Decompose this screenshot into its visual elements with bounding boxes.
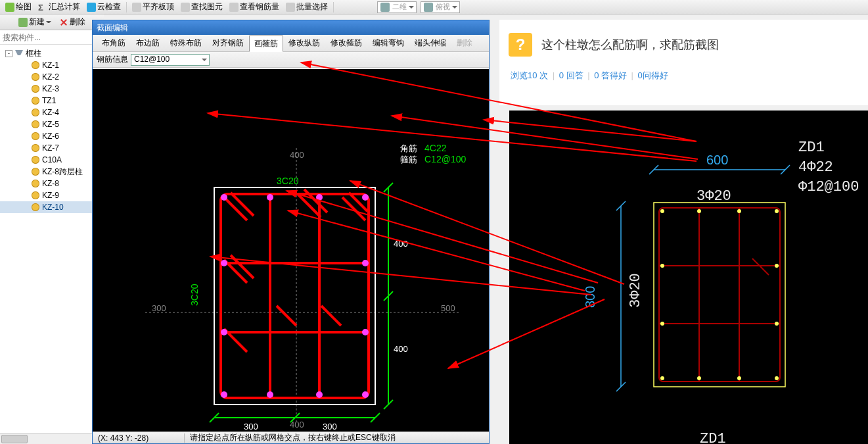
gear-icon bbox=[32, 97, 39, 105]
good-link[interactable]: 0 答得好 bbox=[594, 70, 627, 80]
svg-line-15 bbox=[349, 193, 367, 211]
tb-draw[interactable]: 绘图 bbox=[3, 1, 34, 14]
main-toolbar: 绘图 Σ汇总计算 云检查 平齐板顶 查找图元 查看钢筋量 批量选择 二维 俯视 bbox=[0, 0, 868, 14]
gear-icon bbox=[32, 191, 39, 199]
tb-level[interactable]: 平齐板顶 bbox=[129, 1, 177, 14]
svg-text:400: 400 bbox=[290, 150, 304, 160]
tb-sum[interactable]: Σ汇总计算 bbox=[35, 1, 83, 14]
svg-point-27 bbox=[221, 260, 227, 266]
sigma-icon: Σ bbox=[38, 3, 47, 12]
delete-button[interactable]: 删除 bbox=[57, 16, 88, 29]
svg-text:Φ12@100: Φ12@100 bbox=[798, 179, 859, 195]
tree-item-KZ-1[interactable]: KZ-1 bbox=[0, 59, 103, 71]
status-bar: (X: 443 Y: -28) 请指定起点所在纵筋或网格交点，按右键终止或ESC… bbox=[93, 432, 489, 443]
gear-icon bbox=[32, 132, 39, 140]
tree-item-KZ-10[interactable]: KZ-10 bbox=[0, 201, 103, 213]
tree-item-KZ-8跨层柱[interactable]: KZ-8跨层柱 bbox=[0, 166, 103, 178]
tab-删除: 删除 bbox=[451, 35, 478, 51]
gear-icon bbox=[32, 180, 39, 187]
new-button[interactable]: 新建 bbox=[16, 16, 54, 29]
rebar-label: 钢筋信息 bbox=[97, 54, 128, 65]
tree-item-KZ-8[interactable]: KZ-8 bbox=[0, 178, 103, 189]
tab-修改箍筋[interactable]: 修改箍筋 bbox=[325, 35, 367, 51]
tab-编辑弯钩[interactable]: 编辑弯钩 bbox=[367, 35, 409, 51]
gear-icon bbox=[32, 156, 39, 164]
answers-link[interactable]: 0 回答 bbox=[559, 70, 583, 80]
svg-point-32 bbox=[267, 391, 273, 398]
svg-line-59 bbox=[752, 259, 769, 275]
collapse-icon[interactable]: - bbox=[5, 50, 12, 57]
question-stats: 浏览10 次 | 0 回答 | 0 答得好 | 0问得好 bbox=[499, 70, 868, 82]
question-title: 这个柱墩怎么配筋啊，求配筋截图 bbox=[541, 37, 719, 53]
select-icon bbox=[286, 3, 295, 12]
rebar-info-row: 钢筋信息 C12@100 bbox=[93, 52, 489, 68]
svg-line-16 bbox=[224, 260, 247, 283]
svg-line-12 bbox=[224, 197, 247, 220]
view-top-combo[interactable]: 俯视 bbox=[421, 1, 460, 13]
plus-icon bbox=[18, 18, 28, 27]
window-title[interactable]: 截面编辑 bbox=[93, 20, 489, 35]
svg-text:3Φ20: 3Φ20 bbox=[697, 188, 731, 205]
tb-find[interactable]: 查找图元 bbox=[178, 1, 225, 14]
svg-point-28 bbox=[362, 260, 369, 266]
status-hint: 请指定起点所在纵筋或网格交点，按右键终止或ESC键取消 bbox=[185, 432, 396, 443]
h-scrollbar[interactable]: ▶ bbox=[0, 433, 103, 444]
tab-布角筋[interactable]: 布角筋 bbox=[97, 35, 131, 51]
tree-item-KZ-7[interactable]: KZ-7 bbox=[0, 142, 103, 154]
svg-text:ZD1: ZD1 bbox=[700, 431, 726, 444]
component-toolbar: 新建 删除 bbox=[0, 14, 104, 30]
svg-text:300: 300 bbox=[244, 422, 258, 432]
svg-text:箍筋: 箍筋 bbox=[400, 155, 417, 164]
tab-画箍筋[interactable]: 画箍筋 bbox=[249, 36, 283, 52]
svg-point-67 bbox=[775, 322, 779, 326]
rebar-input[interactable]: C12@100 bbox=[131, 54, 210, 66]
svg-text:600: 600 bbox=[706, 153, 728, 167]
tree-root[interactable]: -框柱 bbox=[0, 47, 103, 59]
tree-item-KZ-2[interactable]: KZ-2 bbox=[0, 71, 103, 83]
svg-text:400: 400 bbox=[394, 344, 408, 354]
tree-item-C10A[interactable]: C10A bbox=[0, 154, 103, 166]
views-link[interactable]: 浏览10 次 bbox=[511, 70, 548, 80]
tree-item-KZ-9[interactable]: KZ-9 bbox=[0, 189, 103, 201]
svg-rect-54 bbox=[659, 208, 780, 382]
tree-item-KZ-4[interactable]: KZ-4 bbox=[0, 107, 103, 118]
ask-link[interactable]: 0问得好 bbox=[638, 70, 668, 80]
component-tree[interactable]: -框柱 KZ-1KZ-2KZ-3TZ1KZ-4KZ-5KZ-6KZ-7C10AK… bbox=[0, 45, 103, 432]
svg-point-69 bbox=[697, 376, 701, 380]
svg-text:3C20: 3C20 bbox=[277, 176, 299, 186]
tab-修改纵筋[interactable]: 修改纵筋 bbox=[283, 35, 325, 51]
gear-icon bbox=[32, 61, 39, 69]
svg-point-70 bbox=[737, 376, 741, 380]
tab-端头伸缩[interactable]: 端头伸缩 bbox=[409, 35, 451, 51]
cloud-icon bbox=[87, 3, 96, 12]
svg-text:300: 300 bbox=[152, 303, 166, 313]
tab-特殊布筋[interactable]: 特殊布筋 bbox=[165, 35, 207, 51]
tree-item-KZ-6[interactable]: KZ-6 bbox=[0, 130, 103, 142]
rebar-icon bbox=[229, 3, 239, 12]
tree-item-KZ-3[interactable]: KZ-3 bbox=[0, 83, 103, 95]
gear-icon bbox=[32, 73, 39, 81]
tb-view-rebar[interactable]: 查看钢筋量 bbox=[227, 1, 282, 14]
tree-item-TZ1[interactable]: TZ1 bbox=[0, 95, 103, 107]
gear-icon bbox=[32, 85, 39, 93]
gear-icon bbox=[32, 203, 39, 211]
tab-对齐钢筋[interactable]: 对齐钢筋 bbox=[207, 35, 249, 51]
reference-drawing: 600 800 ZD1 4Φ22 Φ12@100 3Φ20 3Φ20 ZD1 bbox=[509, 111, 868, 444]
tb-cloud[interactable]: 云检查 bbox=[84, 1, 124, 14]
tb-batch[interactable]: 批量选择 bbox=[283, 1, 331, 14]
svg-line-20 bbox=[304, 189, 327, 212]
question-icon: ? bbox=[509, 33, 532, 57]
view-2d-combo[interactable]: 二维 bbox=[377, 1, 417, 13]
svg-point-24 bbox=[267, 194, 273, 201]
pencil-icon bbox=[5, 3, 14, 12]
cad-canvas[interactable]: 400 300 500 400 bbox=[93, 69, 489, 432]
search-input[interactable] bbox=[3, 33, 101, 42]
tab-布边筋[interactable]: 布边筋 bbox=[131, 35, 165, 51]
svg-point-65 bbox=[775, 264, 779, 268]
scroll-thumb[interactable] bbox=[1, 435, 28, 443]
search-row bbox=[0, 30, 103, 45]
svg-line-14 bbox=[342, 197, 365, 220]
svg-point-62 bbox=[737, 209, 741, 213]
tree-item-KZ-5[interactable]: KZ-5 bbox=[0, 118, 103, 130]
svg-text:400: 400 bbox=[290, 420, 304, 430]
